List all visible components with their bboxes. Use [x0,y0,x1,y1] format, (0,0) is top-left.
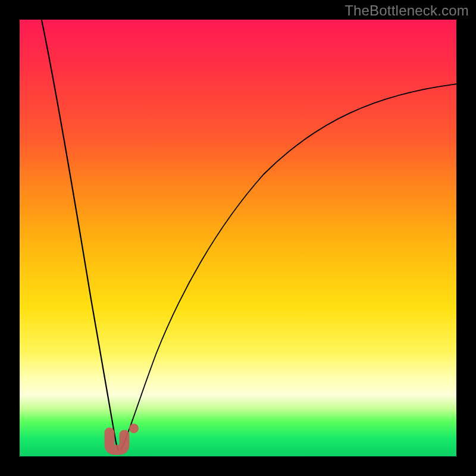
plot-area [20,20,456,456]
curve-left-branch [41,20,118,450]
curve-right-branch [121,84,456,450]
outer-frame: TheBottleneck.com [0,0,476,476]
chart-svg [20,20,456,456]
watermark-text: TheBottleneck.com [345,2,469,19]
optimal-marker-u [109,433,124,450]
optimal-marker-dot [129,424,139,433]
